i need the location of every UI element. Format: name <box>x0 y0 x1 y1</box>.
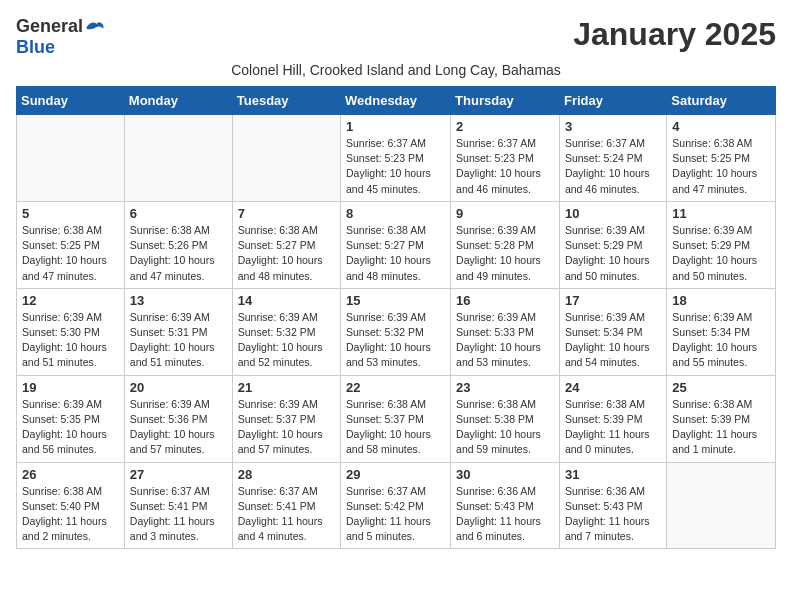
day-number: 10 <box>565 206 661 221</box>
calendar-header-row: SundayMondayTuesdayWednesdayThursdayFrid… <box>17 87 776 115</box>
day-info: Sunrise: 6:38 AMSunset: 5:40 PMDaylight:… <box>22 484 119 545</box>
day-number: 2 <box>456 119 554 134</box>
month-title: January 2025 <box>573 16 776 53</box>
day-number: 19 <box>22 380 119 395</box>
day-info: Sunrise: 6:39 AMSunset: 5:36 PMDaylight:… <box>130 397 227 458</box>
day-number: 5 <box>22 206 119 221</box>
day-header-saturday: Saturday <box>667 87 776 115</box>
day-info: Sunrise: 6:38 AMSunset: 5:38 PMDaylight:… <box>456 397 554 458</box>
day-info: Sunrise: 6:37 AMSunset: 5:41 PMDaylight:… <box>238 484 335 545</box>
calendar-cell: 12Sunrise: 6:39 AMSunset: 5:30 PMDayligh… <box>17 288 125 375</box>
day-number: 30 <box>456 467 554 482</box>
calendar-cell: 15Sunrise: 6:39 AMSunset: 5:32 PMDayligh… <box>341 288 451 375</box>
day-info: Sunrise: 6:39 AMSunset: 5:30 PMDaylight:… <box>22 310 119 371</box>
day-info: Sunrise: 6:37 AMSunset: 5:23 PMDaylight:… <box>346 136 445 197</box>
day-number: 12 <box>22 293 119 308</box>
day-info: Sunrise: 6:36 AMSunset: 5:43 PMDaylight:… <box>456 484 554 545</box>
day-number: 9 <box>456 206 554 221</box>
calendar-cell: 10Sunrise: 6:39 AMSunset: 5:29 PMDayligh… <box>559 201 666 288</box>
day-info: Sunrise: 6:39 AMSunset: 5:29 PMDaylight:… <box>672 223 770 284</box>
calendar-cell: 14Sunrise: 6:39 AMSunset: 5:32 PMDayligh… <box>232 288 340 375</box>
day-info: Sunrise: 6:36 AMSunset: 5:43 PMDaylight:… <box>565 484 661 545</box>
day-info: Sunrise: 6:38 AMSunset: 5:27 PMDaylight:… <box>346 223 445 284</box>
calendar-cell <box>232 115 340 202</box>
day-info: Sunrise: 6:37 AMSunset: 5:23 PMDaylight:… <box>456 136 554 197</box>
calendar-cell: 17Sunrise: 6:39 AMSunset: 5:34 PMDayligh… <box>559 288 666 375</box>
day-header-tuesday: Tuesday <box>232 87 340 115</box>
week-row-3: 12Sunrise: 6:39 AMSunset: 5:30 PMDayligh… <box>17 288 776 375</box>
day-number: 6 <box>130 206 227 221</box>
day-info: Sunrise: 6:37 AMSunset: 5:41 PMDaylight:… <box>130 484 227 545</box>
day-info: Sunrise: 6:37 AMSunset: 5:42 PMDaylight:… <box>346 484 445 545</box>
day-header-friday: Friday <box>559 87 666 115</box>
calendar-cell: 7Sunrise: 6:38 AMSunset: 5:27 PMDaylight… <box>232 201 340 288</box>
day-number: 11 <box>672 206 770 221</box>
day-number: 17 <box>565 293 661 308</box>
day-number: 20 <box>130 380 227 395</box>
calendar-cell: 16Sunrise: 6:39 AMSunset: 5:33 PMDayligh… <box>451 288 560 375</box>
week-row-1: 1Sunrise: 6:37 AMSunset: 5:23 PMDaylight… <box>17 115 776 202</box>
calendar-cell: 25Sunrise: 6:38 AMSunset: 5:39 PMDayligh… <box>667 375 776 462</box>
day-header-monday: Monday <box>124 87 232 115</box>
week-row-2: 5Sunrise: 6:38 AMSunset: 5:25 PMDaylight… <box>17 201 776 288</box>
day-info: Sunrise: 6:39 AMSunset: 5:35 PMDaylight:… <box>22 397 119 458</box>
day-number: 3 <box>565 119 661 134</box>
calendar-cell: 6Sunrise: 6:38 AMSunset: 5:26 PMDaylight… <box>124 201 232 288</box>
day-info: Sunrise: 6:38 AMSunset: 5:25 PMDaylight:… <box>22 223 119 284</box>
day-info: Sunrise: 6:38 AMSunset: 5:39 PMDaylight:… <box>565 397 661 458</box>
day-info: Sunrise: 6:39 AMSunset: 5:28 PMDaylight:… <box>456 223 554 284</box>
calendar-cell: 26Sunrise: 6:38 AMSunset: 5:40 PMDayligh… <box>17 462 125 549</box>
day-info: Sunrise: 6:39 AMSunset: 5:31 PMDaylight:… <box>130 310 227 371</box>
day-info: Sunrise: 6:37 AMSunset: 5:24 PMDaylight:… <box>565 136 661 197</box>
day-info: Sunrise: 6:38 AMSunset: 5:27 PMDaylight:… <box>238 223 335 284</box>
day-header-thursday: Thursday <box>451 87 560 115</box>
day-info: Sunrise: 6:38 AMSunset: 5:37 PMDaylight:… <box>346 397 445 458</box>
day-number: 29 <box>346 467 445 482</box>
day-number: 14 <box>238 293 335 308</box>
calendar-cell: 22Sunrise: 6:38 AMSunset: 5:37 PMDayligh… <box>341 375 451 462</box>
day-number: 13 <box>130 293 227 308</box>
calendar-cell: 3Sunrise: 6:37 AMSunset: 5:24 PMDaylight… <box>559 115 666 202</box>
day-number: 21 <box>238 380 335 395</box>
calendar-cell <box>667 462 776 549</box>
day-info: Sunrise: 6:38 AMSunset: 5:39 PMDaylight:… <box>672 397 770 458</box>
calendar-cell: 29Sunrise: 6:37 AMSunset: 5:42 PMDayligh… <box>341 462 451 549</box>
calendar-cell: 11Sunrise: 6:39 AMSunset: 5:29 PMDayligh… <box>667 201 776 288</box>
day-info: Sunrise: 6:39 AMSunset: 5:32 PMDaylight:… <box>238 310 335 371</box>
day-number: 16 <box>456 293 554 308</box>
logo-general-text: General <box>16 16 83 37</box>
calendar-cell <box>124 115 232 202</box>
week-row-4: 19Sunrise: 6:39 AMSunset: 5:35 PMDayligh… <box>17 375 776 462</box>
calendar-subtitle: Colonel Hill, Crooked Island and Long Ca… <box>16 62 776 78</box>
day-info: Sunrise: 6:39 AMSunset: 5:37 PMDaylight:… <box>238 397 335 458</box>
day-number: 8 <box>346 206 445 221</box>
calendar-cell: 18Sunrise: 6:39 AMSunset: 5:34 PMDayligh… <box>667 288 776 375</box>
day-header-sunday: Sunday <box>17 87 125 115</box>
calendar-cell: 4Sunrise: 6:38 AMSunset: 5:25 PMDaylight… <box>667 115 776 202</box>
day-number: 4 <box>672 119 770 134</box>
day-info: Sunrise: 6:39 AMSunset: 5:32 PMDaylight:… <box>346 310 445 371</box>
calendar-cell: 31Sunrise: 6:36 AMSunset: 5:43 PMDayligh… <box>559 462 666 549</box>
calendar-table: SundayMondayTuesdayWednesdayThursdayFrid… <box>16 86 776 549</box>
day-info: Sunrise: 6:38 AMSunset: 5:26 PMDaylight:… <box>130 223 227 284</box>
calendar-cell: 8Sunrise: 6:38 AMSunset: 5:27 PMDaylight… <box>341 201 451 288</box>
logo-blue-text: Blue <box>16 37 55 58</box>
week-row-5: 26Sunrise: 6:38 AMSunset: 5:40 PMDayligh… <box>17 462 776 549</box>
day-number: 22 <box>346 380 445 395</box>
day-number: 23 <box>456 380 554 395</box>
day-number: 27 <box>130 467 227 482</box>
calendar-cell: 20Sunrise: 6:39 AMSunset: 5:36 PMDayligh… <box>124 375 232 462</box>
calendar-cell: 19Sunrise: 6:39 AMSunset: 5:35 PMDayligh… <box>17 375 125 462</box>
day-info: Sunrise: 6:39 AMSunset: 5:34 PMDaylight:… <box>565 310 661 371</box>
calendar-cell: 1Sunrise: 6:37 AMSunset: 5:23 PMDaylight… <box>341 115 451 202</box>
day-number: 31 <box>565 467 661 482</box>
logo-icon <box>85 17 105 37</box>
calendar-cell: 24Sunrise: 6:38 AMSunset: 5:39 PMDayligh… <box>559 375 666 462</box>
calendar-cell: 9Sunrise: 6:39 AMSunset: 5:28 PMDaylight… <box>451 201 560 288</box>
calendar-cell <box>17 115 125 202</box>
day-info: Sunrise: 6:39 AMSunset: 5:29 PMDaylight:… <box>565 223 661 284</box>
day-number: 18 <box>672 293 770 308</box>
day-number: 28 <box>238 467 335 482</box>
day-info: Sunrise: 6:38 AMSunset: 5:25 PMDaylight:… <box>672 136 770 197</box>
day-number: 7 <box>238 206 335 221</box>
